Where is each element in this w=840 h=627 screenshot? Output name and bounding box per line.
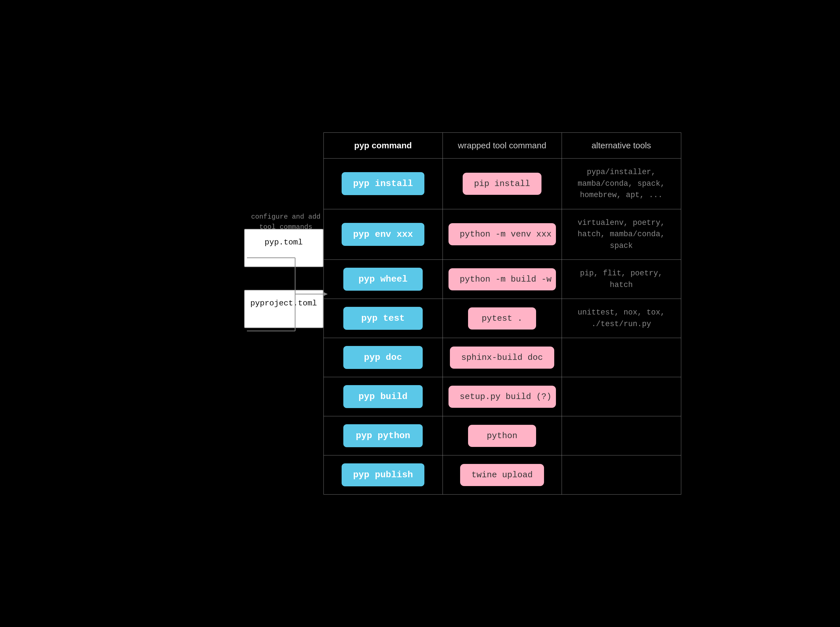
pyp-python-btn: pyp python <box>343 424 423 447</box>
alt-tools-cell <box>562 377 681 416</box>
table-row: pyp wheel python -m build -w pip, flit, … <box>324 260 681 299</box>
alt-tools-cell <box>562 455 681 494</box>
table-row: pyp python python <box>324 416 681 455</box>
table-row: pyp install pip install pypa/installer, … <box>324 159 681 209</box>
wrapped-cmd-cell: python <box>443 416 562 455</box>
header-col1: pyp command <box>324 133 443 158</box>
main-layout: configure and add tool commands pyp.toml… <box>159 132 681 495</box>
table-row: pyp env xxx python -m venv xxx virtualen… <box>324 209 681 260</box>
setup-btn: setup.py build (?) <box>448 386 556 408</box>
table-body: pyp install pip install pypa/installer, … <box>324 159 681 494</box>
pyp-install-btn: pyp install <box>341 172 424 195</box>
table-row: pyp build setup.py build (?) <box>324 377 681 416</box>
wrapped-cmd-cell: pip install <box>443 159 562 209</box>
wrapped-cmd-cell: twine upload <box>443 455 562 494</box>
alt-tools-text: pypa/installer, mamba/conda, spack, home… <box>578 167 665 201</box>
table-row: pyp doc sphinx-build doc <box>324 338 681 377</box>
table-header: pyp command wrapped tool command alterna… <box>324 133 681 159</box>
pyp-cmd-cell: pyp doc <box>324 338 443 377</box>
pyp-publish-btn: pyp publish <box>341 463 424 486</box>
alt-tools-cell <box>562 416 681 455</box>
alt-tools-cell <box>562 338 681 377</box>
table-row: pyp test pytest . unittest, nox, tox, ./… <box>324 299 681 338</box>
pyp-cmd-cell: pyp python <box>324 416 443 455</box>
pyp-doc-btn: pyp doc <box>343 346 423 369</box>
alt-tools-text: pip, flit, poetry, hatch <box>568 268 675 291</box>
pytest-btn: pytest . <box>468 307 536 329</box>
files-column: pyp.toml pyproject.toml <box>244 229 324 328</box>
pyp-cmd-cell: pyp wheel <box>324 260 443 299</box>
pyp-build-btn: pyp build <box>343 385 423 408</box>
wrapped-cmd-cell: python -m venv xxx <box>443 209 562 260</box>
pyproject-toml-label: pyproject.toml <box>250 299 317 316</box>
build-btn: python -m build -w <box>448 268 556 290</box>
commands-table: pyp command wrapped tool command alterna… <box>324 132 681 495</box>
pyp-cmd-cell: pyp test <box>324 299 443 338</box>
wrapped-cmd-cell: sphinx-build doc <box>443 338 562 377</box>
pyp-env-btn: pyp env xxx <box>341 223 424 246</box>
pyp-cmd-cell: pyp install <box>324 159 443 209</box>
connector-label: configure and add tool commands <box>251 212 321 232</box>
header-col2: wrapped tool command <box>443 133 562 158</box>
wrapped-cmd-cell: python -m build -w <box>443 260 562 299</box>
table-row: pyp publish twine upload <box>324 455 681 494</box>
twine-btn: twine upload <box>460 464 544 486</box>
alt-tools-cell: pip, flit, poetry, hatch <box>562 260 681 299</box>
alt-tools-text: virtualenv, poetry, hatch, mamba/conda, … <box>578 217 665 252</box>
pyproject-toml-file: pyproject.toml <box>244 290 324 328</box>
header-col3: alternative tools <box>562 133 681 158</box>
pyp-test-btn: pyp test <box>343 307 423 330</box>
sphinx-btn: sphinx-build doc <box>450 347 554 369</box>
pyp-toml-file: pyp.toml <box>244 229 324 267</box>
pyp-cmd-cell: pyp build <box>324 377 443 416</box>
pyp-cmd-cell: pyp env xxx <box>324 209 443 260</box>
alt-tools-cell: pypa/installer, mamba/conda, spack, home… <box>562 159 681 209</box>
alt-tools-text: unittest, nox, tox, ./test/run.py <box>578 307 665 330</box>
alt-tools-cell: virtualenv, poetry, hatch, mamba/conda, … <box>562 209 681 260</box>
alt-tools-cell: unittest, nox, tox, ./test/run.py <box>562 299 681 338</box>
wrapped-cmd-cell: pytest . <box>443 299 562 338</box>
left-section: configure and add tool commands pyp.toml… <box>159 183 324 328</box>
pyp-wheel-btn: pyp wheel <box>343 268 423 291</box>
venv-btn: python -m venv xxx <box>448 223 556 245</box>
pip-install-btn: pip install <box>462 173 541 195</box>
pyp-toml-label: pyp.toml <box>264 238 302 255</box>
python-btn: python <box>468 425 536 447</box>
pyp-cmd-cell: pyp publish <box>324 455 443 494</box>
wrapped-cmd-cell: setup.py build (?) <box>443 377 562 416</box>
